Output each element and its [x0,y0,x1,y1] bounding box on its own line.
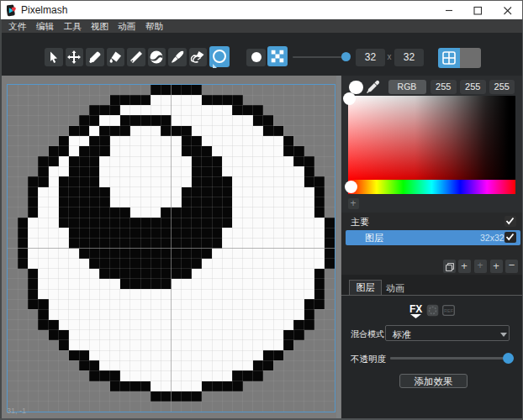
svg-text:REF: REF [444,308,454,313]
